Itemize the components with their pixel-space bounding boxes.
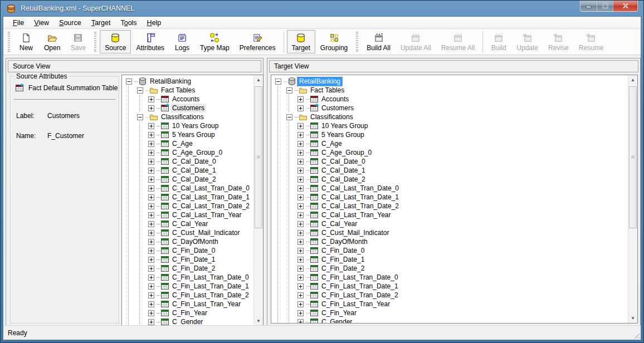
expand-expander-icon[interactable] [295,159,306,165]
expand-expander-icon[interactable] [295,310,306,316]
tree-item-c-gender[interactable]: C_Gender [123,317,253,326]
tree-item-c-fin-last-tran-year[interactable]: C_Fin_Last_Tran_Year [123,300,253,308]
tree-item-c-cal-last-tran-date-1[interactable]: C_Cal_Last_Tran_Date_1 [272,193,627,202]
tree-item-label[interactable]: C_Fin_Date_2 [320,264,366,273]
menu-view[interactable]: View [29,18,54,28]
expand-expander-icon[interactable] [295,212,306,218]
expand-expander-icon[interactable] [145,221,157,227]
tree-item-c-cal-date-1[interactable]: C_Cal_Date_1 [123,166,253,175]
expand-expander-icon[interactable] [145,292,157,298]
tree-item-10-years-group[interactable]: 10 Years Group [272,121,627,130]
scroll-down-icon[interactable]: ▼ [254,316,263,326]
tree-item-customers[interactable]: Customers [272,104,627,112]
expand-expander-icon[interactable] [145,266,157,272]
tree-item-c-fin-last-tran-date-2[interactable]: C_Fin_Last_Tran_Date_2 [272,291,627,300]
expand-expander-icon[interactable] [145,283,157,290]
expand-expander-icon[interactable] [295,177,306,183]
expand-expander-icon[interactable] [295,266,306,272]
tree-item-label[interactable]: C_Cal_Date_1 [170,166,218,175]
tree-item-accounts[interactable]: Accounts [272,95,627,104]
tree-item-label[interactable]: C_Fin_Last_Tran_Date_0 [170,273,251,282]
tree-item-label[interactable]: C_Cal_Date_2 [170,175,218,184]
tree-item-label[interactable]: C_Fin_Last_Tran_Date_0 [320,273,400,282]
tree-item-c-dayofmonth[interactable]: C_DayOfMonth [123,237,253,246]
tree-item-c-cust-mail-indicator[interactable]: C_Cust_Mail_Indicator [123,228,253,237]
tree-item-label[interactable]: RetailBanking [148,77,193,86]
tree-item-c-cal-last-tran-year[interactable]: C_Cal_Last_Tran_Year [272,210,627,219]
tree-item-label[interactable]: Classifications [159,112,206,121]
expand-expander-icon[interactable] [145,275,157,281]
tree-item-label[interactable]: C_Cal_Last_Tran_Date_0 [170,184,251,193]
close-button[interactable] [613,1,638,12]
expand-expander-icon[interactable] [145,248,157,254]
toolbar-button-logs[interactable]: Logs [169,30,195,53]
expand-expander-icon[interactable] [145,301,157,307]
tree-item-c-age-group-0[interactable]: C_Age_Group_0 [272,148,627,157]
expand-expander-icon[interactable] [295,168,306,174]
tree-item-label[interactable]: C_Cal_Last_Tran_Date_2 [170,202,251,210]
tree-item-label[interactable]: C_Fin_Last_Tran_Year [320,300,392,308]
expand-expander-icon[interactable] [145,185,157,192]
collapse-expander-icon[interactable] [284,87,295,94]
expand-expander-icon[interactable] [295,283,306,290]
menu-source[interactable]: Source [54,18,86,28]
toolbar-button-build-all[interactable]: Build All [362,30,396,53]
tree-item-label[interactable]: Customers [320,104,355,112]
expand-expander-icon[interactable] [295,123,306,129]
menu-file[interactable]: File [8,18,29,28]
tree-item-label[interactable]: C_Age [170,139,194,148]
tree-item-label[interactable]: Accounts [170,95,201,104]
expand-expander-icon[interactable] [295,230,306,236]
tree-item-c-fin-last-tran-date-1[interactable]: C_Fin_Last_Tran_Date_1 [123,282,253,291]
tree-item-label[interactable]: 10 Years Group [320,121,369,130]
tree-item-label[interactable]: C_Fin_Last_Tran_Date_1 [170,282,251,291]
expand-expander-icon[interactable] [145,168,157,174]
tree-item-label[interactable]: Classifications [309,112,355,121]
tree-item-label[interactable]: C_Cal_Last_Tran_Date_1 [320,193,401,202]
expand-expander-icon[interactable] [295,239,306,245]
collapse-expander-icon[interactable] [284,114,295,120]
tree-item-c-fin-last-tran-date-0[interactable]: C_Fin_Last_Tran_Date_0 [272,273,627,282]
tree-item-label[interactable]: C_Cust_Mail_Indicator [320,228,391,237]
expand-expander-icon[interactable] [295,96,306,102]
expand-expander-icon[interactable] [145,212,157,218]
tree-item-c-cal-last-tran-date-1[interactable]: C_Cal_Last_Tran_Date_1 [123,193,253,202]
expand-expander-icon[interactable] [295,132,306,138]
tree-item-label[interactable]: Fact Tables [309,86,346,95]
toolbar-button-preferences[interactable]: Preferences [235,30,281,53]
expand-expander-icon[interactable] [295,150,306,156]
title-bar[interactable]: RetailBanking.xml - SuperCHANNEL [1,1,643,16]
collapse-expander-icon[interactable] [123,79,134,85]
tree-item-c-cal-last-tran-date-0[interactable]: C_Cal_Last_Tran_Date_0 [123,184,253,193]
scroll-down-icon[interactable]: ▼ [628,313,637,323]
tree-item-c-cal-last-tran-date-2[interactable]: C_Cal_Last_Tran_Date_2 [123,202,253,210]
tree-item-fact-tables[interactable]: Fact Tables [272,86,627,95]
scroll-up-icon[interactable]: ▲ [628,75,637,85]
tree-item-c-cal-date-0[interactable]: C_Cal_Date_0 [123,157,253,166]
toolbar-button-target[interactable]: Target [287,30,315,53]
collapse-expander-icon[interactable] [134,114,145,120]
toolbar-button-source[interactable]: Source [100,30,131,53]
tree-item-label[interactable]: C_Fin_Date_0 [170,246,217,255]
expand-expander-icon[interactable] [295,275,306,281]
tree-item-label[interactable]: C_Cal_Last_Tran_Date_1 [170,193,251,202]
tree-item-label[interactable]: C_DayOfMonth [320,237,369,246]
tree-item-c-cal-date-2[interactable]: C_Cal_Date_2 [123,175,253,184]
collapse-expander-icon[interactable] [272,79,284,85]
tree-item-c-fin-last-tran-year[interactable]: C_Fin_Last_Tran_Year [272,300,627,308]
tree-item-label[interactable]: C_Fin_Year [320,308,358,317]
tree-item-label[interactable]: C_Fin_Last_Tran_Date_2 [320,291,400,300]
expand-expander-icon[interactable] [145,141,157,147]
scroll-up-icon[interactable]: ▲ [254,75,263,85]
tree-item-label[interactable]: C_Fin_Date_0 [320,246,366,255]
expand-expander-icon[interactable] [145,257,157,263]
tree-item-c-age[interactable]: C_Age [272,139,627,148]
tree-item-label[interactable]: C_Fin_Date_1 [320,255,366,264]
menu-target[interactable]: Target [86,18,116,28]
expand-expander-icon[interactable] [145,123,157,129]
maximize-button[interactable] [597,1,613,12]
tree-item-c-fin-last-tran-date-1[interactable]: C_Fin_Last_Tran_Date_1 [272,282,627,291]
tree-item-label[interactable]: C_Cal_Date_0 [170,157,218,166]
tree-item-label[interactable]: Fact Tables [159,86,197,95]
expand-expander-icon[interactable] [145,230,157,236]
